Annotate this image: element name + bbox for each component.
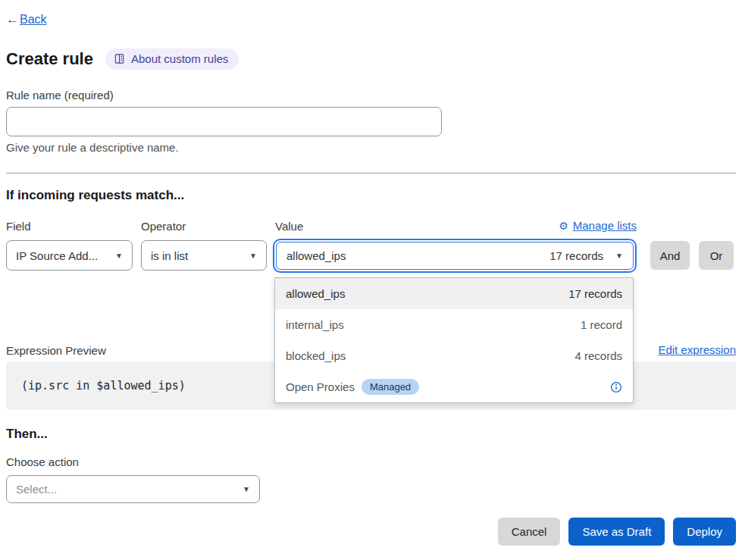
chevron-down-icon: ▼ (115, 252, 123, 260)
match-section-heading: If incoming requests match... (6, 188, 184, 203)
list-option-internal-ips[interactable]: internal_ips 1 record (275, 309, 633, 340)
choose-action-label: Choose action (6, 455, 79, 468)
list-option-name: allowed_ips (286, 287, 345, 300)
action-select-placeholder: Select... (16, 483, 57, 496)
list-option-record-count: 1 record (581, 318, 622, 331)
action-select[interactable]: Select... ▼ (6, 475, 260, 503)
value-combobox-text: allowed_ips (286, 249, 549, 262)
chevron-down-icon: ▼ (249, 252, 257, 260)
back-label: Back (20, 13, 47, 27)
section-divider (6, 173, 736, 174)
expression-code: (ip.src in $allowed_ips) (21, 379, 186, 393)
back-arrow-icon: ← (6, 12, 19, 27)
edit-expression-link[interactable]: Edit expression (658, 343, 736, 356)
manage-lists-link[interactable]: ⚙ Manage lists (559, 219, 637, 232)
value-label: Value (275, 220, 303, 233)
title-row: Create rule About custom rules (6, 48, 239, 70)
cancel-button[interactable]: Cancel (498, 518, 561, 546)
chevron-down-icon: ▼ (243, 485, 250, 493)
about-custom-rules-link[interactable]: About custom rules (105, 48, 239, 70)
rule-name-helper-text: Give your rule a descriptive name. (6, 141, 179, 154)
value-combobox-record-count: 17 records (549, 249, 603, 262)
then-section-heading: Then... (6, 427, 48, 442)
value-combobox[interactable]: allowed_ips 17 records ▼ (276, 242, 634, 270)
list-option-record-count: 17 records (568, 287, 622, 300)
about-badge-label: About custom rules (131, 52, 228, 65)
field-select[interactable]: IP Source Add... ▼ (6, 240, 133, 271)
operator-select[interactable]: is in list ▼ (141, 240, 267, 271)
list-option-record-count: 4 records (575, 349, 622, 362)
chevron-down-icon[interactable]: ▼ (615, 252, 623, 260)
list-option-blocked-ips[interactable]: blocked_ips 4 records (275, 340, 633, 371)
rule-name-input[interactable] (6, 107, 442, 136)
footer-actions: Cancel Save as Draft Deploy (498, 518, 736, 546)
and-button[interactable]: And (650, 241, 690, 270)
field-label: Field (6, 220, 31, 233)
managed-badge: Managed (362, 379, 419, 395)
list-option-name: blocked_ips (286, 349, 346, 362)
deploy-button[interactable]: Deploy (673, 518, 736, 546)
operator-label: Operator (141, 220, 186, 233)
book-icon (114, 53, 125, 64)
or-button[interactable]: Or (699, 241, 734, 270)
list-option-open-proxies[interactable]: Open Proxies Managed (275, 371, 633, 402)
rule-name-label: Rule name (required) (6, 89, 114, 102)
list-option-name: internal_ips (286, 318, 344, 331)
expression-preview-label: Expression Preview (6, 344, 106, 357)
manage-lists-label: Manage lists (573, 219, 637, 232)
list-option-allowed-ips[interactable]: allowed_ips 17 records (275, 278, 633, 309)
gear-icon: ⚙ (559, 221, 568, 231)
info-icon[interactable] (610, 381, 622, 393)
list-option-name: Open Proxies (286, 380, 355, 393)
value-options-listbox: allowed_ips 17 records internal_ips 1 re… (274, 277, 634, 403)
back-link[interactable]: ←Back (6, 12, 47, 27)
operator-select-value: is in list (151, 249, 188, 262)
page-title: Create rule (6, 49, 93, 69)
create-rule-page: ←Back Create rule About custom rules Rul… (0, 0, 742, 560)
field-select-value: IP Source Add... (16, 249, 98, 262)
save-as-draft-button[interactable]: Save as Draft (568, 518, 665, 546)
